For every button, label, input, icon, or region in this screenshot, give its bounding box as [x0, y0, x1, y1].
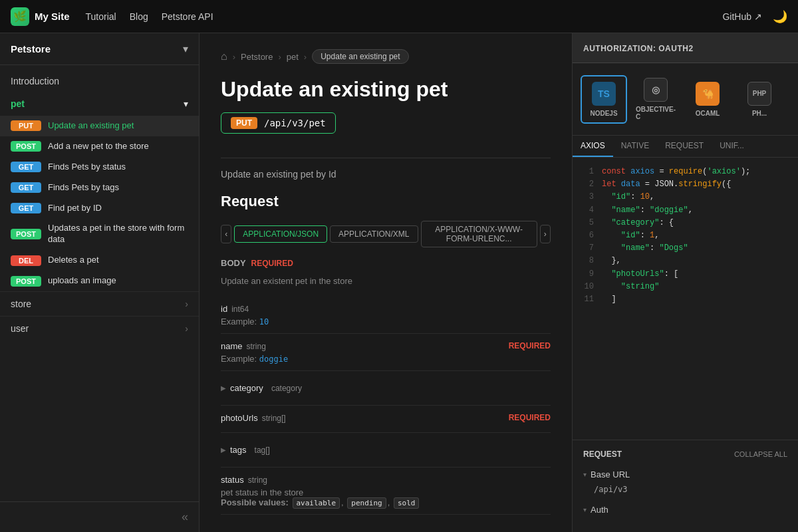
method-badge-del: DEL [11, 255, 41, 266]
field-name-example-val: doggie [259, 354, 288, 364]
pet-section-label: pet [11, 98, 25, 109]
line-num-3: 3 [581, 191, 594, 203]
sidebar-item-deletes-pet[interactable]: DEL Deletes a pet [0, 250, 199, 271]
field-tags-expand[interactable]: ▶ tags tag[] [221, 440, 551, 460]
objc-icon: ◎ [644, 78, 668, 102]
line-code-1: const axios = require('axios'); [602, 166, 750, 178]
lang-ocaml[interactable]: 🐪 OCAML [684, 75, 731, 124]
main-content: ⌂ › Petstore › pet › Update an existing … [200, 33, 572, 532]
possible-val-pending: pending [347, 497, 386, 509]
sidebar-item-updates-pet-form[interactable]: POST Updates a pet in the store with for… [0, 218, 199, 250]
field-photourls: photoUrlsstring[] REQUIRED [221, 406, 551, 433]
code-line-4: 4 "name": "doggie", [581, 204, 790, 217]
sidebar-footer: « [0, 501, 199, 532]
sidebar-intro[interactable]: Introduction [0, 70, 199, 92]
sidebar-nav-store[interactable]: store › [0, 291, 199, 316]
sidebar-item-finds-by-tags[interactable]: GET Finds Pets by tags [0, 178, 199, 198]
field-category-name: category [230, 383, 263, 393]
site-logo[interactable]: 🌿 My Site [11, 7, 70, 26]
external-link-icon: ↗ [754, 11, 762, 22]
nav-tutorial[interactable]: Tutorial [86, 11, 116, 22]
user-chevron-icon: › [185, 323, 188, 334]
field-status-possible: Possible values: available, pending, sol… [221, 497, 551, 507]
request-base-url-header[interactable]: ▾ Base URL [583, 467, 787, 482]
lang-nodejs[interactable]: TS NODEJS [581, 75, 627, 124]
sidebar-label-find-by-id: Find pet by ID [48, 203, 102, 214]
code-tab-axios[interactable]: AXIOS [573, 136, 613, 157]
sidebar-item-uploads-image[interactable]: POST uploads an image [0, 271, 199, 291]
sidebar-item-add-pet[interactable]: POST Add a new pet to the store [0, 136, 199, 157]
tabs-prev-button[interactable]: ‹ [221, 225, 231, 243]
objc-label: OBJECTIVE-C [636, 106, 676, 120]
sidebar-pet-section[interactable]: pet ▾ [0, 92, 199, 116]
logo-icon: 🌿 [11, 7, 29, 26]
request-section-title: Request [221, 193, 551, 210]
code-tab-request[interactable]: REQUEST [657, 136, 712, 157]
request-base-url-item: ▾ Base URL /api/v3 [583, 467, 787, 497]
request-auth-item: ▾ Auth [583, 502, 787, 517]
field-name-required: REQUIRED [509, 341, 551, 350]
tab-xml[interactable]: APPLICATION/XML [330, 225, 418, 243]
field-id-row: idint64 [221, 303, 551, 314]
endpoint-description: Update an existing pet by Id [221, 169, 551, 180]
collapse-all-button[interactable]: COLLAPSE ALL [734, 450, 787, 458]
line-code-6: "id": 1, [602, 229, 659, 242]
field-photourls-name: photoUrls [221, 413, 258, 423]
line-num-6: 6 [581, 229, 594, 242]
github-link[interactable]: GitHub ↗ [722, 11, 762, 22]
line-num-2: 2 [581, 178, 594, 191]
nav-links: Tutorial Blog Petstore API [86, 11, 707, 22]
php-label: PH... [752, 110, 767, 117]
sidebar-header: Petstore ▾ [0, 33, 199, 65]
line-code-3: "id": 10, [602, 191, 654, 203]
theme-toggle[interactable]: 🌙 [773, 9, 787, 24]
code-line-8: 8 }, [581, 255, 790, 267]
sidebar-item-find-by-id[interactable]: GET Find pet by ID [0, 198, 199, 219]
sidebar-item-finds-by-status[interactable]: GET Finds Pets by status [0, 157, 199, 178]
breadcrumb: ⌂ › Petstore › pet › Update an existing … [221, 49, 551, 64]
field-photourls-required: REQUIRED [509, 413, 551, 422]
tabs-next-button[interactable]: › [540, 225, 551, 243]
sidebar-item-update-pet[interactable]: PUT Update an existing pet [0, 116, 199, 136]
nav-petstore-api[interactable]: Petstore API [162, 11, 213, 22]
possible-label: Possible values: [221, 497, 291, 507]
line-code-5: "category": { [602, 217, 674, 229]
github-label: GitHub [722, 11, 751, 22]
field-category-expand[interactable]: ▶ category category [221, 378, 551, 398]
sidebar-dropdown-icon[interactable]: ▾ [183, 43, 188, 55]
code-tab-unif[interactable]: UNIF... [712, 136, 752, 157]
breadcrumb-petstore[interactable]: Petstore [241, 52, 273, 62]
lang-objc[interactable]: ◎ OBJECTIVE-C [632, 71, 679, 127]
language-selector: TS NODEJS ◎ OBJECTIVE-C 🐪 OCAML PHP PH..… [573, 63, 798, 136]
breadcrumb-home-icon[interactable]: ⌂ [221, 51, 227, 63]
method-badge-get-0: GET [11, 162, 41, 172]
body-label: BODY REQUIRED [221, 258, 551, 268]
ocaml-label: OCAML [696, 110, 720, 117]
tab-json[interactable]: APPLICATION/JSON [234, 225, 327, 243]
breadcrumb-sep-2: › [304, 52, 307, 62]
possible-val-sold: sold [394, 497, 420, 509]
line-code-9: "photoUrls": [ [602, 268, 678, 281]
line-num-8: 8 [581, 255, 594, 267]
field-status-name: status [221, 475, 244, 485]
field-category: ▶ category category [221, 371, 551, 406]
sidebar-collapse-button[interactable]: « [182, 510, 188, 524]
content-type-tabs: ‹ APPLICATION/JSON APPLICATION/XML APPLI… [221, 221, 551, 247]
main-layout: Petstore ▾ Introduction pet ▾ PUT Update… [0, 33, 798, 532]
breadcrumb-pet[interactable]: pet [287, 52, 299, 62]
field-tags-type: tag[] [255, 446, 270, 455]
nav-blog[interactable]: Blog [130, 11, 148, 22]
base-url-label: Base URL [591, 469, 630, 479]
sidebar-nav-user[interactable]: user › [0, 316, 199, 340]
request-section: REQUEST COLLAPSE ALL ▾ Base URL /api/v3 … [573, 440, 798, 532]
tab-form[interactable]: APPLICATION/X-WWW-FORM-URLENC... [421, 221, 537, 247]
nodejs-icon: TS [592, 82, 616, 106]
line-num-1: 1 [581, 166, 594, 178]
code-line-3: 3 "id": 10, [581, 191, 790, 203]
line-num-5: 5 [581, 217, 594, 229]
request-section-title: REQUEST [583, 450, 622, 459]
code-tab-native[interactable]: NATIVE [613, 136, 657, 157]
lang-php[interactable]: PHP PH... [736, 75, 783, 124]
request-auth-header[interactable]: ▾ Auth [583, 502, 787, 517]
field-id-type: int64 [231, 305, 249, 314]
